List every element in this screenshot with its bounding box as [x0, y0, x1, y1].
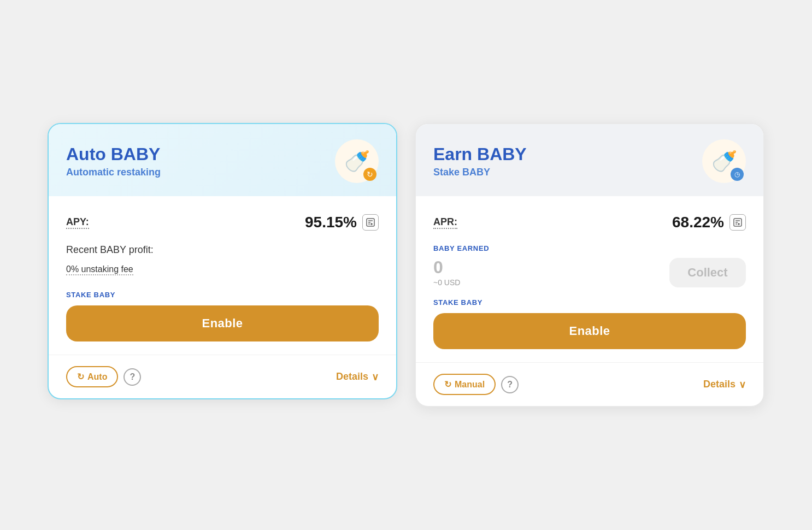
earn-details-label: Details — [703, 379, 735, 390]
auto-card-body: APY: 95.15% — [49, 196, 396, 355]
earn-card-title: Earn BABY — [433, 144, 527, 164]
earn-card-subtitle: Stake BABY — [433, 167, 527, 178]
earn-footer-left: ↻ Manual ? — [433, 374, 519, 395]
earn-apr-value-row: 68.22% — [672, 214, 746, 231]
earn-header-left: Earn BABY Stake BABY — [433, 144, 527, 178]
auto-unstaking-fee-text: 0% unstaking fee — [66, 264, 133, 275]
auto-header-left: Auto BABY Automatic restaking — [66, 144, 161, 178]
auto-card-subtitle: Automatic restaking — [66, 167, 161, 178]
auto-unstaking-fee: 0% unstaking fee — [66, 260, 379, 275]
earn-details-button[interactable]: Details ∨ — [703, 379, 746, 391]
auto-details-button[interactable]: Details ∨ — [336, 371, 379, 383]
auto-card-footer: ↻ Auto ? Details ∨ — [49, 355, 396, 398]
earn-stake-label: STAKE BABY — [433, 298, 746, 307]
earn-calc-icon[interactable] — [729, 214, 746, 231]
auto-calc-icon[interactable] — [362, 214, 379, 231]
earn-amount-block: 0 ~0 USD — [433, 258, 460, 287]
cards-container: Auto BABY Automatic restaking 🍼 ↻ APY: 9… — [26, 101, 786, 429]
earn-card-body: APR: 68.22% — [416, 196, 763, 363]
earn-earned-section: BABY EARNED 0 ~0 USD Collect — [433, 244, 746, 287]
earn-stake-section: STAKE BABY Enable — [433, 298, 746, 349]
auto-footer-left: ↻ Auto ? — [66, 366, 141, 387]
earn-baby-card: Earn BABY Stake BABY 🍼 ◷ APR: 68.22% — [415, 123, 764, 407]
auto-tag-button[interactable]: ↻ Auto — [66, 366, 118, 387]
auto-badge-icon: ↻ — [367, 170, 373, 179]
auto-stake-label: STAKE BABY — [66, 291, 379, 299]
earn-usd: ~0 USD — [433, 278, 460, 287]
earn-details-icon: ∨ — [739, 379, 746, 391]
auto-apy-value-row: 95.15% — [305, 214, 379, 231]
earn-card-footer: ↻ Manual ? Details ∨ — [416, 363, 763, 406]
earn-badge-icon: ◷ — [734, 170, 740, 178]
auto-baby-card: Auto BABY Automatic restaking 🍼 ↻ APY: 9… — [48, 123, 397, 399]
auto-card-title: Auto BABY — [66, 144, 161, 164]
earn-icon-badge: ◷ — [731, 168, 744, 181]
auto-stake-section: STAKE BABY Enable — [66, 291, 379, 341]
auto-enable-button[interactable]: Enable — [66, 305, 379, 341]
auto-icon-badge: ↻ — [363, 168, 376, 181]
auto-tag-label: Auto — [87, 372, 107, 382]
auto-details-label: Details — [336, 371, 368, 382]
auto-apy-row: APY: 95.15% — [66, 214, 379, 231]
earn-apr-label: APR: — [433, 216, 457, 229]
auto-card-icon-wrapper: 🍼 ↻ — [335, 139, 379, 183]
auto-profit-label: Recent BABY profit: — [66, 244, 154, 255]
auto-tag-icon: ↻ — [77, 372, 84, 382]
earn-card-header: Earn BABY Stake BABY 🍼 ◷ — [416, 124, 763, 196]
earn-card-icon-wrapper: 🍼 ◷ — [702, 139, 746, 183]
earn-help-button[interactable]: ? — [501, 376, 519, 393]
auto-profit-row: Recent BABY profit: — [66, 244, 379, 256]
earn-earned-label: BABY EARNED — [433, 244, 746, 252]
auto-details-icon: ∨ — [372, 371, 379, 383]
auto-help-button[interactable]: ? — [123, 368, 141, 386]
auto-apy-label: APY: — [66, 216, 89, 229]
earn-earned-row: 0 ~0 USD Collect — [433, 258, 746, 287]
collect-button[interactable]: Collect — [669, 258, 746, 287]
earn-tag-icon: ↻ — [444, 379, 451, 390]
earn-enable-button[interactable]: Enable — [433, 313, 746, 349]
earn-tag-label: Manual — [455, 380, 485, 390]
auto-apy-value: 95.15% — [305, 214, 357, 231]
auto-card-header: Auto BABY Automatic restaking 🍼 ↻ — [49, 124, 396, 196]
earn-amount: 0 — [433, 258, 460, 276]
earn-tag-button[interactable]: ↻ Manual — [433, 374, 496, 395]
earn-apr-row: APR: 68.22% — [433, 214, 746, 231]
earn-apr-value: 68.22% — [672, 214, 724, 231]
